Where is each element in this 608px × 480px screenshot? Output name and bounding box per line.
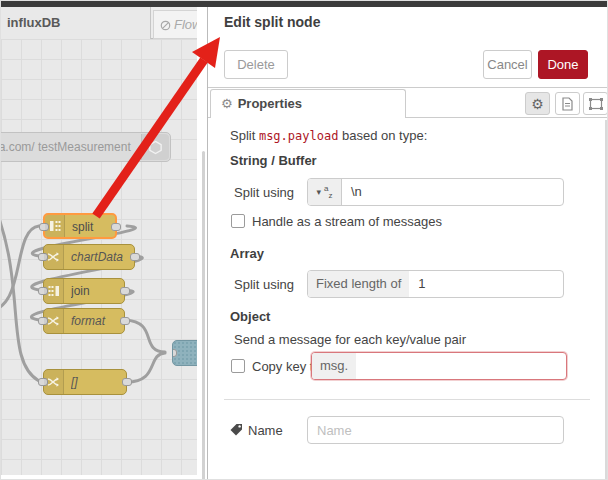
form-divider — [224, 399, 590, 400]
format-node-output-port[interactable] — [120, 317, 130, 325]
node-red-window: influxDB Flow xdata.com/ testMeasurement — [0, 0, 608, 480]
object-heading: Object — [230, 309, 270, 324]
edit-node-panel: Edit split node Delete Cancel Done ⚙Prop… — [207, 7, 608, 480]
expand-view-button[interactable] — [583, 92, 608, 115]
panel-title: Edit split node — [224, 14, 320, 30]
cancel-button[interactable]: Cancel — [483, 50, 532, 79]
description-view-button[interactable] — [555, 92, 580, 115]
shuffle-icon — [44, 245, 64, 269]
tag-icon — [230, 423, 243, 436]
format-node-label: format — [71, 309, 120, 333]
hexagon-icon — [141, 134, 169, 160]
intro-text: Split msg.payload based on type: — [230, 128, 427, 143]
properties-view-button[interactable]: ⚙ — [525, 92, 550, 115]
stream-checkbox[interactable] — [231, 214, 245, 228]
join-icon — [44, 279, 64, 303]
string-type-icon: az — [324, 184, 332, 200]
format-node[interactable]: format — [43, 308, 125, 334]
properties-form: Split msg.payload based on type: String … — [208, 118, 608, 480]
string-split-input[interactable]: ▾az \n — [307, 178, 564, 206]
shuffle-icon — [44, 309, 64, 333]
join-node-label: join — [71, 279, 120, 303]
panel-tab-row: ⚙Properties ⚙ — [208, 88, 608, 118]
canvas-gutter — [197, 7, 207, 480]
canvas-bottom-margin — [1, 475, 197, 480]
chevron-down-icon: ▾ — [317, 187, 322, 197]
chart-node-input-port[interactable] — [172, 349, 177, 357]
influxdb-node[interactable]: xdata.com/ testMeasurement — [1, 132, 171, 162]
split-node-label: split — [72, 215, 111, 239]
stream-checkbox-label: Handle as a stream of messages — [252, 214, 442, 229]
workspace-tabbar: influxDB Flow — [1, 7, 197, 39]
join-node[interactable]: join — [43, 278, 125, 304]
name-field-label: Name — [248, 423, 283, 438]
canvas-scrollbar[interactable] — [202, 151, 205, 480]
expand-icon — [589, 98, 603, 110]
typed-input-type-button[interactable]: ▾az — [308, 179, 342, 205]
string-buffer-heading: String / Buffer — [230, 153, 317, 168]
panel-scrollbar[interactable] — [605, 120, 607, 479]
msg-payload-code: msg.payload — [259, 129, 338, 143]
brackets-node-output-port[interactable] — [122, 378, 132, 386]
array-split-prefix: Fixed length of — [308, 271, 409, 297]
chartdata-node-label: chartData — [71, 245, 130, 269]
array-split-input[interactable]: Fixed length of 1 — [307, 270, 564, 298]
delete-button[interactable]: Delete — [224, 50, 288, 79]
chart-node[interactable]: c — [172, 340, 197, 366]
tab-properties-label: Properties — [238, 96, 302, 111]
gear-icon: ⚙ — [531, 97, 544, 111]
array-split-using-label: Split using — [234, 277, 294, 292]
document-icon — [562, 97, 573, 111]
brackets-node[interactable]: [] — [43, 369, 127, 395]
shuffle-icon — [44, 370, 64, 394]
split-node[interactable]: split — [43, 213, 117, 239]
tab-influxdb[interactable]: influxDB — [1, 7, 151, 39]
join-node-output-port[interactable] — [120, 287, 130, 295]
flow-canvas[interactable]: xdata.com/ testMeasurement split — [1, 39, 197, 475]
tab-properties[interactable]: ⚙Properties — [210, 89, 406, 118]
string-split-using-label: Split using — [234, 185, 294, 200]
copy-key-checkbox[interactable] — [231, 359, 245, 373]
influxdb-node-label: xdata.com/ testMeasurement — [1, 133, 140, 161]
copy-key-input[interactable]: msg. — [311, 352, 567, 380]
chartdata-node[interactable]: chartData — [43, 244, 135, 270]
array-heading: Array — [230, 246, 264, 261]
array-split-value: 1 — [409, 271, 425, 297]
split-icon — [45, 215, 65, 237]
chartdata-node-output-port[interactable] — [130, 253, 140, 261]
done-button[interactable]: Done — [538, 50, 588, 79]
object-description: Send a message for each key/value pair — [234, 332, 466, 347]
split-node-output-port[interactable] — [111, 223, 121, 231]
copy-key-prefix: msg. — [312, 353, 356, 379]
string-split-value: \n — [342, 179, 362, 205]
panel-button-row: Delete Cancel Done — [208, 37, 608, 88]
gear-icon: ⚙ — [221, 96, 233, 111]
brackets-node-label: [] — [71, 370, 122, 394]
name-input[interactable] — [307, 416, 564, 444]
circle-slash-icon — [160, 20, 171, 31]
